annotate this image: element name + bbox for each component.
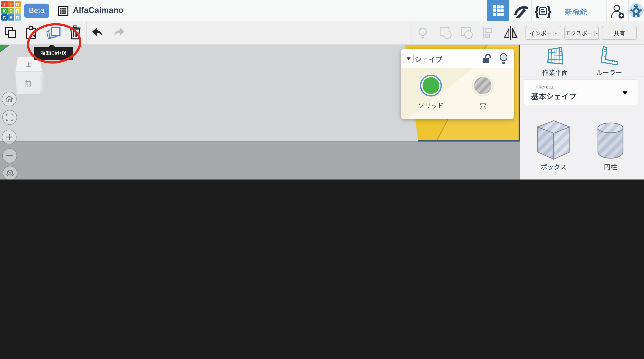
svg-text:上: 上 bbox=[26, 61, 32, 68]
svg-text:{: { bbox=[534, 4, 540, 18]
svg-text:}: } bbox=[546, 4, 552, 18]
svg-text:前: 前 bbox=[25, 80, 32, 87]
